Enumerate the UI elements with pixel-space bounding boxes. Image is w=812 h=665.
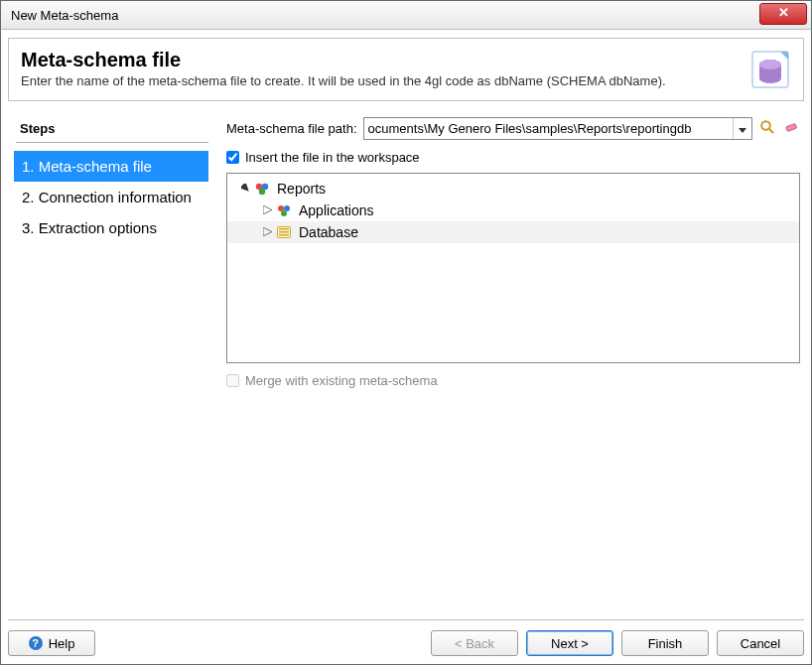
folder-group-icon [275,201,293,219]
svg-rect-7 [786,123,797,131]
step-connection-information[interactable]: 2. Connection information [14,182,208,212]
titlebar: New Meta-schema ✕ [1,1,811,30]
eraser-icon [783,119,799,138]
collapse-icon[interactable] [239,183,251,195]
database-icon [749,49,791,90]
clear-button[interactable] [782,120,800,138]
body-area: Steps 1. Meta-schema file 2. Connection … [8,109,804,619]
steps-heading: Steps [16,117,208,143]
help-button[interactable]: ? Help [8,630,95,656]
page-title: Meta-schema file [21,49,740,71]
path-dropdown-button[interactable] [733,118,751,139]
svg-marker-12 [263,205,272,214]
next-button[interactable]: Next > [526,630,613,656]
close-button[interactable]: ✕ [759,3,807,25]
insert-in-workspace-checkbox[interactable] [226,151,239,164]
merge-row: Merge with existing meta-schema [226,373,800,388]
back-button: < Back [431,630,518,656]
finish-button-label: Finish [648,636,683,651]
merge-label: Merge with existing meta-schema [245,373,438,388]
help-button-label: Help [49,636,75,651]
path-input[interactable] [364,119,733,138]
svg-point-14 [284,205,290,211]
path-row: Meta-schema file path: [226,117,800,140]
svg-point-3 [759,60,781,69]
button-bar: ? Help < Back Next > Finish Cancel [8,619,804,656]
svg-point-5 [761,121,770,130]
tree-label: Database [295,224,362,240]
insert-in-workspace-row: Insert the file in the workspace [226,150,800,165]
magnifier-icon [759,119,775,138]
tree-node-database[interactable]: Database [227,221,799,243]
svg-point-15 [281,210,287,216]
cancel-button[interactable]: Cancel [717,630,804,656]
project-icon [253,180,271,198]
svg-marker-4 [739,128,746,133]
svg-line-6 [769,129,773,133]
step-extraction-options[interactable]: 3. Extraction options [14,212,208,243]
page-description: Enter the name of the meta-schema file t… [21,73,740,88]
svg-marker-16 [263,227,272,236]
svg-point-11 [259,189,265,195]
help-icon: ? [29,636,43,650]
tree-label: Applications [295,202,378,218]
folder-db-icon [275,223,293,241]
path-label: Meta-schema file path: [226,121,357,136]
merge-checkbox [226,374,239,387]
header-text: Meta-schema file Enter the name of the m… [21,49,740,88]
back-button-label: < Back [455,636,494,651]
svg-rect-20 [279,234,289,236]
tree-node-applications[interactable]: Applications [227,200,799,221]
svg-point-13 [278,205,284,211]
cancel-button-label: Cancel [741,636,780,651]
close-icon: ✕ [778,5,789,20]
chevron-down-icon [739,121,746,136]
svg-rect-19 [279,231,289,233]
tree-node-reports[interactable]: Reports [227,178,799,200]
finish-button[interactable]: Finish [621,630,709,656]
next-button-label: Next > [551,636,589,651]
svg-marker-8 [241,184,250,193]
workspace-tree[interactable]: Reports Applications [226,173,800,363]
insert-in-workspace-label: Insert the file in the workspace [245,150,420,165]
step-meta-schema-file[interactable]: 1. Meta-schema file [14,151,208,182]
path-combobox[interactable] [363,117,752,140]
expand-icon[interactable] [261,204,273,216]
tree-label: Reports [273,181,330,197]
svg-rect-18 [279,228,289,230]
expand-icon[interactable] [261,226,273,238]
dialog-window: New Meta-schema ✕ Meta-schema file Enter… [0,0,812,665]
header-panel: Meta-schema file Enter the name of the m… [8,38,804,101]
window-title: New Meta-schema [11,8,118,23]
browse-button[interactable] [758,120,776,138]
content-pane: Meta-schema file path: [222,109,804,619]
steps-pane: Steps 1. Meta-schema file 2. Connection … [8,109,222,619]
